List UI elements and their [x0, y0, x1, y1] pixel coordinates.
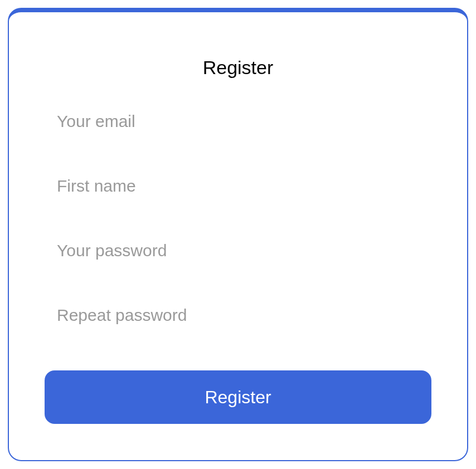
register-button[interactable]: Register: [45, 370, 431, 424]
repeat-password-field[interactable]: [57, 306, 419, 325]
register-card: Register Register: [8, 8, 468, 461]
email-field[interactable]: [57, 112, 419, 131]
form-fields: [45, 112, 431, 370]
first-name-field[interactable]: [57, 177, 419, 196]
password-field[interactable]: [57, 241, 419, 260]
form-title: Register: [45, 57, 431, 79]
